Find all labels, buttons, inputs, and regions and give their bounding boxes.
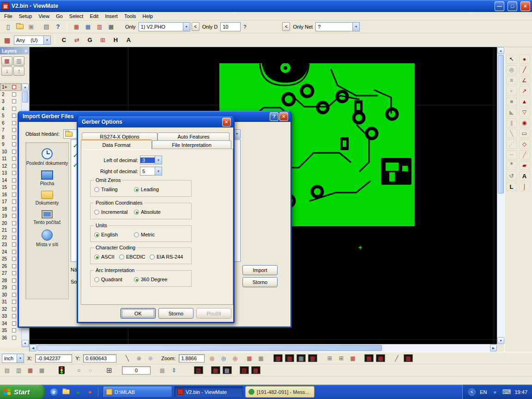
flash-point-icon[interactable]: ●: [519, 54, 530, 64]
text-tool-icon[interactable]: A: [519, 171, 530, 181]
radio-360-degree[interactable]: 360 Degree: [134, 277, 168, 282]
menu-go[interactable]: Go: [53, 13, 66, 19]
rotate-icon[interactable]: ↺: [506, 171, 517, 181]
film-q-icon[interactable]: ▩: [250, 365, 261, 375]
help-icon[interactable]: ?: [270, 112, 278, 121]
chevron-down-icon[interactable]: ▼: [352, 23, 359, 31]
film-5-icon[interactable]: ▩: [363, 353, 374, 363]
traffic-light-icon[interactable]: [56, 365, 67, 375]
layer-table-icon[interactable]: ▥: [94, 22, 105, 31]
film-3-icon[interactable]: ▦: [296, 353, 306, 363]
place-my-computer[interactable]: Tento počítač: [26, 210, 68, 225]
radio-english[interactable]: English: [94, 232, 118, 237]
draw-rect-icon[interactable]: ▭: [519, 129, 530, 138]
close-icon[interactable]: ×: [222, 118, 231, 127]
units-select[interactable]: inch ▼: [2, 354, 24, 363]
radio-quadrant[interactable]: Quadrant: [94, 277, 122, 282]
probe-b-icon[interactable]: ◌: [85, 365, 96, 375]
close-icon[interactable]: ×: [520, 1, 530, 11]
layer-visibility-checkbox[interactable]: [12, 336, 16, 340]
prev-net-button[interactable]: <: [282, 22, 290, 31]
zoom-in-icon[interactable]: ◎: [218, 353, 229, 363]
layer-visibility-checkbox[interactable]: [12, 228, 16, 232]
open-folder-icon[interactable]: [14, 22, 25, 31]
cursor-icon[interactable]: ↖: [506, 54, 517, 64]
radio-absolute[interactable]: Absolute: [134, 209, 161, 215]
ok-button[interactable]: OK: [121, 308, 156, 319]
diag-tool-icon[interactable]: ╱: [391, 353, 402, 363]
scroll-left-icon[interactable]: ◀: [30, 345, 36, 351]
film-n-icon[interactable]: ▦: [210, 365, 221, 375]
left-of-decimal-select[interactable]: 3 ▼: [140, 156, 162, 164]
swap-direction-icon[interactable]: ⇄: [72, 35, 82, 45]
mini-table-a-icon[interactable]: ▤: [2, 365, 12, 375]
mirror-icon[interactable]: ◣: [506, 108, 517, 117]
dash-icon[interactable]: ╌: [506, 150, 517, 159]
restore-icon[interactable]: □: [508, 1, 517, 11]
zoom-out-icon[interactable]: ◎: [230, 353, 240, 363]
layer-visibility-checkbox[interactable]: [12, 178, 16, 182]
radio-ascii[interactable]: ASCII: [94, 254, 115, 260]
gcode-letter-icon[interactable]: G: [85, 35, 95, 45]
prev-file-button[interactable]: <: [192, 22, 200, 31]
place-recent-documents[interactable]: Poslední dokumenty: [26, 148, 68, 166]
print-icon[interactable]: ▤: [41, 22, 52, 31]
scroll-down-icon[interactable]: ▼: [22, 340, 29, 347]
storno-button[interactable]: Storno: [242, 277, 278, 287]
layer-visibility-checkbox[interactable]: [12, 300, 16, 304]
layer-visibility-checkbox[interactable]: [12, 278, 16, 283]
layer-visibility-checkbox[interactable]: [12, 271, 16, 275]
board-grid-icon[interactable]: ⊞: [104, 365, 115, 375]
im-status-icon[interactable]: ●: [490, 387, 500, 397]
probe-a-icon[interactable]: ○: [73, 365, 84, 375]
layer-visibility-checkbox[interactable]: [12, 150, 16, 154]
radio-ebcdic[interactable]: EBCDIC: [119, 254, 145, 260]
horizontal-scrollbar[interactable]: ◀ ▶: [30, 344, 497, 352]
scrollbar-thumb[interactable]: [37, 345, 382, 351]
draw-triangle-icon[interactable]: ▲: [519, 97, 530, 106]
increment-value[interactable]: 0: [122, 366, 151, 375]
radio-trailing[interactable]: Trailing: [94, 187, 118, 192]
menu-file[interactable]: File: [1, 13, 16, 19]
small-square-icon[interactable]: ▫: [506, 86, 517, 96]
layer-visibility-checkbox[interactable]: [12, 250, 16, 254]
vertical-scrollbar[interactable]: ▲ ▼: [497, 47, 504, 344]
layer-row-1+[interactable]: 1+: [0, 84, 21, 91]
start-button[interactable]: Start: [0, 385, 45, 399]
place-network[interactable]: Místa v síti: [26, 230, 68, 247]
layer-visibility-checkbox[interactable]: [12, 135, 16, 139]
draw-polyline-icon[interactable]: ∠: [519, 76, 530, 85]
slope-icon[interactable]: ╲: [506, 129, 517, 138]
layer-visibility-checkbox[interactable]: [12, 164, 16, 168]
film-4-icon[interactable]: ▩: [307, 353, 318, 363]
folder-launch-icon[interactable]: [60, 387, 71, 397]
menu-setup[interactable]: Setup: [16, 13, 36, 19]
target-icon[interactable]: ◉: [519, 118, 530, 127]
grid-pair-b-icon[interactable]: ⊞: [336, 353, 346, 363]
tab-data-format[interactable]: Data Format: [81, 139, 152, 149]
right-of-decimal-select[interactable]: 5 ▼: [140, 167, 162, 175]
layer-visibility-checkbox[interactable]: [12, 214, 16, 218]
layer-row-36[interactable]: 36: [0, 334, 21, 342]
film-2-icon[interactable]: ▩: [284, 353, 295, 363]
zoom-window-icon[interactable]: ◎: [206, 353, 217, 363]
scrollbar-thumb[interactable]: [22, 91, 28, 103]
dots-icon[interactable]: ⋰: [506, 139, 517, 149]
scroll-up-icon[interactable]: ▲: [497, 47, 504, 54]
minimize-icon[interactable]: —: [495, 1, 504, 11]
layer-visibility-checkbox[interactable]: [12, 99, 16, 103]
grid-pick-icon[interactable]: ⊞: [97, 35, 108, 45]
radio-leading[interactable]: Leading: [134, 187, 159, 192]
radio-incremental[interactable]: Incremental: [94, 209, 127, 215]
tab-auto-features[interactable]: Auto Features: [157, 133, 230, 140]
chevron-down-icon[interactable]: ▼: [17, 354, 24, 363]
tab-file-interpretation[interactable]: File Interpretation: [152, 140, 231, 149]
film-7-icon[interactable]: ▩: [403, 353, 413, 363]
tray-chevron-icon[interactable]: <: [466, 387, 477, 397]
layer-visibility-checkbox[interactable]: [12, 107, 16, 111]
net-table-icon[interactable]: ▦: [106, 22, 116, 31]
dcode-letter-icon[interactable]: C: [59, 35, 69, 45]
layer-visibility-checkbox[interactable]: [12, 285, 16, 290]
layer-row-4[interactable]: 4: [0, 105, 21, 113]
ie-icon[interactable]: e: [48, 387, 59, 397]
